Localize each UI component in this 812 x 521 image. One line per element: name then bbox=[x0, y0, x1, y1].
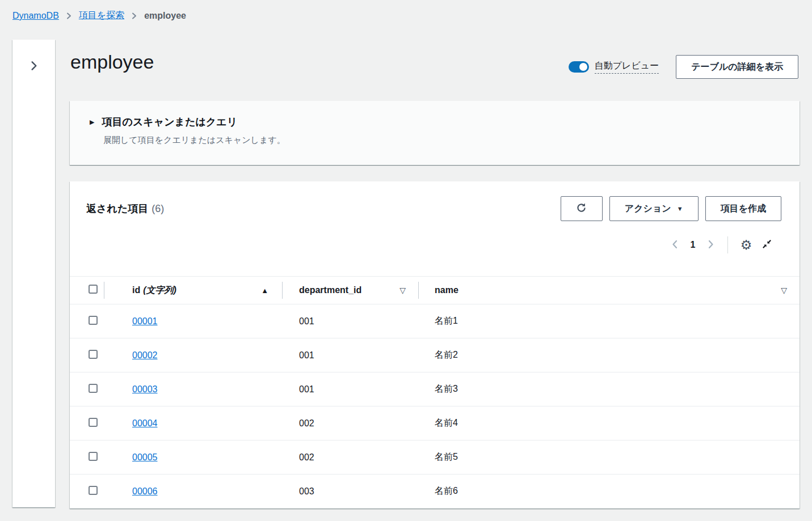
caret-down-icon: ▼ bbox=[677, 205, 683, 212]
collapse-view-button[interactable] bbox=[756, 236, 777, 254]
items-table: id (文字列) ▲ department_id ▽ name ▽ bbox=[70, 276, 800, 508]
dynamodb-item-explorer-page: DynamoDB 項目を探索 employee employee 自動プレビュー bbox=[0, 0, 812, 521]
select-all-checkbox[interactable] bbox=[89, 285, 98, 294]
create-item-button[interactable]: 項目を作成 bbox=[705, 196, 781, 221]
row-select-cell bbox=[70, 316, 104, 327]
column-id-type-label: (文字列) bbox=[143, 285, 176, 296]
divider bbox=[727, 236, 728, 253]
breadcrumb-link-explore-items[interactable]: 項目を探索 bbox=[79, 10, 124, 22]
chevron-right-icon bbox=[131, 12, 137, 20]
table-row: 00001 001 名前1 bbox=[70, 304, 800, 338]
page-title: employee bbox=[70, 51, 154, 73]
breadcrumb: DynamoDB 項目を探索 employee bbox=[12, 10, 186, 22]
row-checkbox[interactable] bbox=[89, 384, 98, 393]
item-id-link[interactable]: 00001 bbox=[132, 316, 158, 327]
item-id-link[interactable]: 00004 bbox=[132, 418, 158, 429]
department-id-cell: 001 bbox=[282, 338, 418, 372]
results-title: 返された項目(6) bbox=[86, 202, 164, 215]
item-id-link[interactable]: 00003 bbox=[132, 384, 158, 395]
select-all-cell bbox=[70, 285, 104, 296]
expand-panel-button[interactable] bbox=[26, 58, 43, 75]
row-select-cell bbox=[70, 452, 104, 463]
name-cell: 名前3 bbox=[418, 372, 800, 406]
id-cell: 00004 bbox=[104, 406, 282, 440]
refresh-icon bbox=[576, 202, 587, 215]
row-select-cell bbox=[70, 486, 104, 497]
header-actions: 自動プレビュー テーブルの詳細を表示 bbox=[569, 55, 798, 79]
actions-dropdown-button[interactable]: アクション ▼ bbox=[609, 196, 699, 221]
name-cell: 名前6 bbox=[418, 475, 800, 508]
sort-down-icon[interactable]: ▽ bbox=[781, 286, 787, 295]
name-cell: 名前2 bbox=[418, 338, 800, 372]
row-checkbox[interactable] bbox=[89, 316, 98, 325]
scan-query-panel-header[interactable]: ▶ 項目のスキャンまたはクエリ bbox=[90, 115, 800, 129]
chevron-right-icon bbox=[29, 60, 39, 73]
scan-query-expandable-panel[interactable]: ▶ 項目のスキャンまたはクエリ 展開して項目をクエリまたはスキャンします。 bbox=[70, 101, 800, 165]
name-cell: 名前1 bbox=[418, 304, 800, 338]
auto-preview-label[interactable]: 自動プレビュー bbox=[595, 60, 659, 74]
results-count: (6) bbox=[152, 203, 164, 214]
returned-items-card: 返された項目(6) アクション ▼ bbox=[70, 181, 800, 509]
actions-dropdown-label: アクション bbox=[625, 203, 671, 215]
previous-page-button[interactable] bbox=[666, 236, 683, 253]
row-checkbox[interactable] bbox=[89, 452, 98, 461]
id-cell: 00001 bbox=[104, 304, 282, 338]
collapsed-side-panel bbox=[12, 40, 55, 507]
pagination: 1 ⚙ bbox=[666, 231, 777, 259]
item-id-link[interactable]: 00006 bbox=[132, 486, 158, 497]
table-row: 00002 001 名前2 bbox=[70, 338, 800, 372]
sort-down-icon[interactable]: ▽ bbox=[399, 286, 406, 295]
toggle-on-icon[interactable] bbox=[569, 61, 589, 73]
column-id-label: id bbox=[132, 285, 140, 295]
column-department-label: department_id bbox=[299, 285, 361, 295]
breadcrumb-current: employee bbox=[144, 11, 186, 21]
next-page-button[interactable] bbox=[702, 236, 720, 253]
scan-query-panel-title: 項目のスキャンまたはクエリ bbox=[102, 115, 237, 129]
department-id-cell: 002 bbox=[282, 440, 418, 474]
id-cell: 00002 bbox=[104, 338, 282, 372]
name-cell: 名前5 bbox=[418, 440, 800, 474]
view-table-details-button[interactable]: テーブルの詳細を表示 bbox=[676, 55, 798, 79]
row-checkbox[interactable] bbox=[89, 486, 98, 495]
gear-icon: ⚙ bbox=[741, 238, 752, 252]
row-checkbox[interactable] bbox=[89, 350, 98, 359]
results-buttons: アクション ▼ 項目を作成 bbox=[561, 196, 781, 221]
department-id-cell: 001 bbox=[282, 372, 418, 406]
department-id-cell: 003 bbox=[282, 475, 418, 508]
page-number[interactable]: 1 bbox=[683, 240, 702, 250]
page-header: employee 自動プレビュー テーブルの詳細を表示 bbox=[70, 40, 800, 101]
chevron-left-icon bbox=[671, 239, 678, 251]
item-id-link[interactable]: 00005 bbox=[132, 452, 158, 463]
main-content: employee 自動プレビュー テーブルの詳細を表示 ▶ 項目のスキャンまたは… bbox=[70, 40, 800, 509]
chevron-right-icon bbox=[708, 239, 714, 251]
id-cell: 00003 bbox=[104, 372, 282, 406]
sort-ascending-icon[interactable]: ▲ bbox=[261, 286, 268, 295]
id-cell: 00005 bbox=[104, 440, 282, 474]
table-row: 00005 002 名前5 bbox=[70, 440, 800, 474]
shrink-icon bbox=[761, 239, 772, 251]
row-select-cell bbox=[70, 350, 104, 361]
caret-right-icon: ▶ bbox=[90, 119, 94, 125]
column-header-name[interactable]: name ▽ bbox=[418, 277, 800, 304]
name-cell: 名前4 bbox=[418, 406, 800, 440]
results-header: 返された項目(6) アクション ▼ bbox=[86, 196, 781, 221]
preferences-gear-button[interactable]: ⚙ bbox=[736, 236, 756, 254]
table-header-row: id (文字列) ▲ department_id ▽ name ▽ bbox=[70, 276, 800, 304]
toggle-knob bbox=[579, 63, 587, 71]
column-name-label: name bbox=[435, 285, 458, 295]
scan-query-panel-description: 展開して項目をクエリまたはスキャンします。 bbox=[103, 135, 800, 146]
auto-preview-toggle-group[interactable]: 自動プレビュー bbox=[569, 60, 659, 74]
table-row: 00003 001 名前3 bbox=[70, 372, 800, 406]
row-select-cell bbox=[70, 384, 104, 395]
breadcrumb-link-dynamodb[interactable]: DynamoDB bbox=[12, 11, 59, 21]
table-row: 00006 003 名前6 bbox=[70, 474, 800, 508]
refresh-button[interactable] bbox=[561, 196, 603, 221]
row-checkbox[interactable] bbox=[89, 418, 98, 427]
department-id-cell: 002 bbox=[282, 406, 418, 440]
row-select-cell bbox=[70, 418, 104, 429]
item-id-link[interactable]: 00002 bbox=[132, 350, 158, 361]
id-cell: 00006 bbox=[104, 475, 282, 508]
column-header-id[interactable]: id (文字列) ▲ bbox=[104, 277, 282, 304]
table-row: 00004 002 名前4 bbox=[70, 406, 800, 440]
column-header-department-id[interactable]: department_id ▽ bbox=[282, 277, 418, 304]
